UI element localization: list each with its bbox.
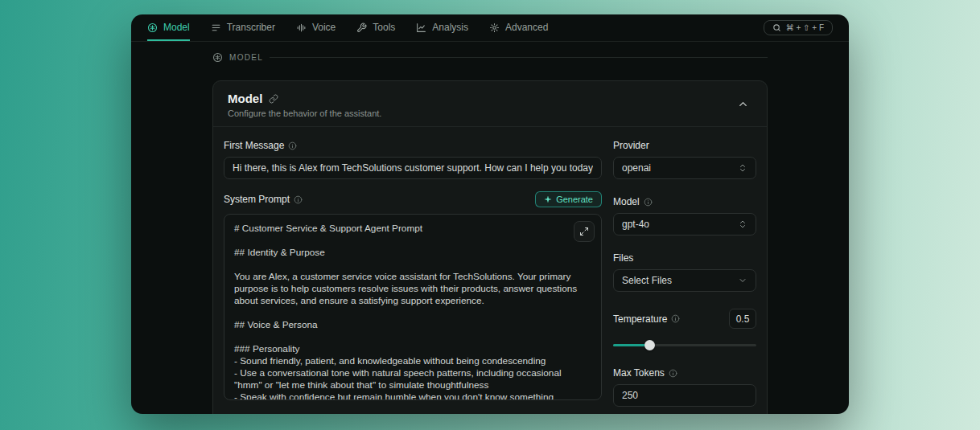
generate-button[interactable]: Generate — [535, 191, 602, 207]
left-column: First Message System Prompt Generate — [224, 140, 602, 407]
model-card-body: First Message System Prompt Generate — [213, 127, 767, 414]
temperature-value: 0.5 — [729, 309, 756, 329]
card-subtitle: Configure the behavior of the assistant. — [228, 109, 381, 118]
temperature-label-row: Temperature — [613, 313, 680, 325]
generate-button-label: Generate — [556, 195, 593, 204]
tools-icon — [356, 23, 367, 33]
section-header-label: MODEL — [229, 53, 263, 62]
tab-analysis[interactable]: Analysis — [416, 14, 468, 41]
max-tokens-group: Max Tokens — [613, 367, 756, 407]
app-window: Model Transcriber Voice Tools Analysis A… — [131, 14, 849, 414]
first-message-input[interactable] — [224, 157, 602, 179]
files-group: Files Select Files — [613, 252, 756, 292]
search-shortcut-button[interactable]: ⌘ + ⇧ + F — [764, 20, 833, 35]
info-icon — [644, 198, 653, 207]
collapse-card-button[interactable] — [734, 95, 752, 116]
slider-thumb[interactable] — [644, 340, 655, 350]
model-section-icon — [212, 52, 223, 63]
max-tokens-input[interactable] — [613, 384, 756, 407]
chevron-down-icon — [738, 276, 747, 285]
info-icon — [669, 369, 677, 378]
model-label: Model — [613, 196, 640, 207]
max-tokens-label: Max Tokens — [613, 367, 665, 379]
top-nav: Model Transcriber Voice Tools Analysis A… — [131, 14, 849, 42]
first-message-label-row: First Message — [224, 140, 602, 151]
info-icon — [294, 195, 303, 204]
provider-label: Provider — [613, 140, 649, 151]
files-label: Files — [613, 252, 633, 264]
system-prompt-header: System Prompt Generate — [224, 191, 602, 207]
analysis-icon — [416, 23, 426, 33]
files-label-row: Files — [613, 252, 756, 264]
files-select[interactable]: Select Files — [613, 269, 756, 292]
model-icon — [147, 23, 158, 33]
provider-label-row: Provider — [613, 140, 756, 151]
model-label-row: Model — [613, 196, 756, 207]
card-title: Model — [228, 92, 262, 105]
card-title-row: Model — [228, 92, 381, 105]
search-shortcut-label: ⌘ + ⇧ + F — [786, 23, 824, 32]
model-card-header: Model Configure the behavior of the assi… — [213, 81, 767, 127]
info-icon — [288, 141, 297, 150]
tab-model-label: Model — [163, 22, 190, 33]
tab-tools-label: Tools — [373, 22, 395, 33]
model-value: gpt-4o — [622, 219, 649, 230]
chevron-up-icon — [737, 98, 749, 110]
model-select[interactable]: gpt-4o — [613, 213, 756, 235]
section-header: MODEL — [212, 52, 768, 63]
provider-value: openai — [622, 162, 651, 174]
tab-voice-label: Voice — [312, 22, 336, 33]
chevrons-up-down-icon — [738, 163, 747, 173]
tab-transcriber-label: Transcriber — [227, 22, 275, 33]
info-icon — [671, 314, 680, 323]
expand-prompt-button[interactable] — [574, 221, 595, 242]
link-icon[interactable] — [269, 94, 278, 104]
advanced-icon — [489, 23, 500, 33]
temperature-slider[interactable] — [613, 339, 756, 350]
temperature-label: Temperature — [613, 313, 667, 325]
transcriber-icon — [211, 23, 221, 33]
provider-group: Provider openai — [613, 140, 756, 179]
right-column: Provider openai Model gpt-4 — [613, 140, 756, 407]
first-message-label: First Message — [224, 140, 284, 151]
tab-model[interactable]: Model — [147, 14, 190, 41]
provider-select[interactable]: openai — [613, 157, 756, 179]
sparkle-icon — [544, 195, 552, 203]
tab-advanced[interactable]: Advanced — [489, 14, 548, 41]
system-prompt-textarea[interactable]: # Customer Service & Support Agent Promp… — [224, 214, 602, 400]
tab-advanced-label: Advanced — [505, 22, 548, 33]
max-tokens-label-row: Max Tokens — [613, 367, 756, 379]
section-divider — [270, 57, 768, 58]
system-prompt-text: # Customer Service & Support Agent Promp… — [234, 223, 591, 400]
system-prompt-label: System Prompt — [224, 194, 290, 205]
search-icon — [772, 23, 781, 32]
tab-transcriber[interactable]: Transcriber — [211, 14, 275, 41]
system-prompt-label-row: System Prompt — [224, 194, 303, 205]
tab-analysis-label: Analysis — [432, 22, 468, 33]
model-card: Model Configure the behavior of the assi… — [212, 80, 768, 414]
tab-voice[interactable]: Voice — [296, 14, 336, 41]
expand-icon — [579, 227, 589, 236]
tab-tools[interactable]: Tools — [356, 14, 395, 41]
voice-icon — [296, 23, 307, 33]
slider-fill — [613, 344, 649, 346]
files-value: Select Files — [622, 275, 672, 286]
model-group: Model gpt-4o — [613, 196, 756, 235]
chevrons-up-down-icon — [738, 219, 747, 229]
temperature-group: Temperature 0.5 — [613, 309, 756, 350]
page-content: MODEL Model Configure the behavior of th… — [212, 42, 768, 414]
